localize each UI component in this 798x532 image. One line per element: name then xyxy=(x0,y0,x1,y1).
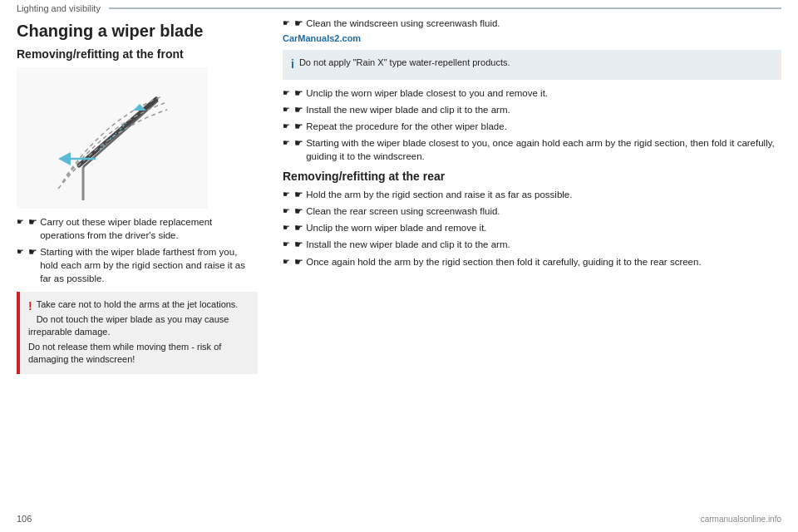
left-section-title: Removing/refitting at the front xyxy=(17,47,258,61)
list-item: ☛ Carry out these wiper blade replacemen… xyxy=(17,215,258,242)
list-item: ☛ Starting with the wiper blade farthest… xyxy=(17,245,258,285)
info-text: Do not apply "Rain X" type water-repelle… xyxy=(299,57,510,69)
bullet-icon: ☛ xyxy=(294,255,306,268)
list-item: ☛ Unclip the worn wiper blade and remove… xyxy=(283,221,781,234)
right-bullet-list: ☛ Unclip the worn wiper blade closest to… xyxy=(283,86,781,163)
info-box: i Do not apply "Rain X" type water-repel… xyxy=(283,50,781,80)
warning-icon: ! xyxy=(28,298,32,315)
bullet-icon: ☛ xyxy=(294,221,306,234)
header-bar: Lighting and visibility xyxy=(0,0,798,17)
info-icon: i xyxy=(291,57,294,73)
bullet-icon: ☛ xyxy=(294,238,306,251)
left-column: Changing a wiper blade Removing/refittin… xyxy=(17,17,258,507)
watermark: CarManuals2.com xyxy=(283,33,781,43)
wiper-diagram xyxy=(17,67,208,209)
left-bullet-list: ☛ Carry out these wiper blade replacemen… xyxy=(17,215,258,285)
wiper-svg xyxy=(17,67,208,209)
list-item: ☛ Install the new wiper blade and clip i… xyxy=(283,238,781,251)
list-item: ☛ Starting with the wiper blade closest … xyxy=(283,136,781,163)
bullet-icon: ☛ xyxy=(294,136,306,150)
warning-box: ! Take care not to hold the arms at the … xyxy=(17,292,258,374)
warning-content: Take care not to hold the arms at the je… xyxy=(28,298,249,366)
bullet-icon: ☛ xyxy=(294,17,306,30)
header-rule xyxy=(109,7,781,9)
bullet-icon: ☛ xyxy=(28,245,40,259)
main-title: Changing a wiper blade xyxy=(17,22,258,41)
bullet-icon: ☛ xyxy=(28,215,40,229)
list-item: ☛ Unclip the worn wiper blade closest to… xyxy=(283,86,781,100)
right-pre-bullets: ☛ Clean the windscreen using screenwash … xyxy=(283,17,781,30)
right-column: ☛ Clean the windscreen using screenwash … xyxy=(283,17,781,507)
list-item: ☛ Install the new wiper blade and clip i… xyxy=(283,103,781,116)
warning-line-1: Take care not to hold the arms at the je… xyxy=(28,298,249,311)
warning-line-2: Do not touch the wiper blade as you may … xyxy=(28,313,249,339)
page-number: 106 xyxy=(17,514,32,524)
bullet-icon: ☛ xyxy=(294,204,306,218)
bullet-icon: ☛ xyxy=(294,188,306,201)
rear-section-title: Removing/refitting at the rear xyxy=(283,170,781,183)
warning-line-3: Do not release them while moving them - … xyxy=(28,341,249,367)
list-item: ☛ Clean the windscreen using screenwash … xyxy=(283,17,781,30)
list-item: ☛ Clean the rear screen using screenwash… xyxy=(283,204,781,218)
header-title: Lighting and visibility xyxy=(17,3,101,13)
site-url: carmanualsonline.info xyxy=(701,515,781,524)
rear-bullet-list: ☛ Hold the arm by the rigid section and … xyxy=(283,188,781,268)
list-item: ☛ Repeat the procedure for the other wip… xyxy=(283,120,781,133)
list-item: ☛ Once again hold the arm by the rigid s… xyxy=(283,255,781,268)
bullet-icon: ☛ xyxy=(294,86,306,100)
list-item: ☛ Hold the arm by the rigid section and … xyxy=(283,188,781,201)
bullet-icon: ☛ xyxy=(294,120,306,133)
bullet-icon: ☛ xyxy=(294,103,306,116)
page-layout: Changing a wiper blade Removing/refittin… xyxy=(0,17,798,507)
